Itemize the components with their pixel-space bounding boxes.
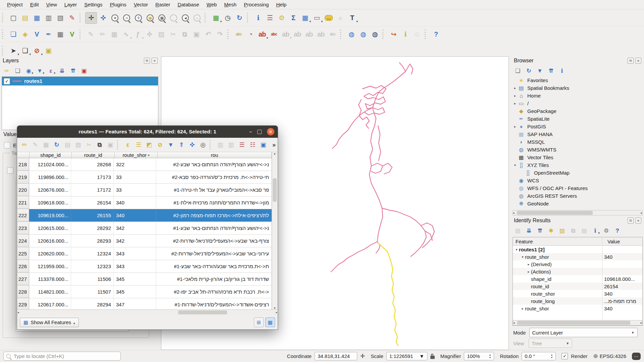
digitize-fx-icon[interactable]: ƒ▾ — [132, 29, 143, 40]
expand-tree-icon[interactable]: ⇊ — [524, 226, 533, 235]
browser-item-arcgis-rest[interactable]: ◍ArcGIS REST Servers — [513, 192, 643, 200]
table-hscrollbar[interactable]: ◂ ▸ — [17, 309, 277, 315]
new-field-icon[interactable]: ▥ — [215, 140, 225, 150]
select-all-features-icon[interactable]: ▣ — [43, 45, 54, 56]
cell-route-shor[interactable]: 343 — [114, 247, 156, 260]
cell-route-shor[interactable]: 340 — [114, 209, 156, 222]
step-up-icon[interactable]: ▲ — [550, 354, 553, 356]
zoom-to-selection-icon[interactable]: ▣ — [145, 12, 156, 23]
cell-route-shor[interactable]: 340 — [114, 196, 156, 209]
cell-shape-id[interactable]: 119896.000... — [29, 171, 71, 183]
cell-shape-id[interactable]: 120620.000... — [29, 247, 71, 260]
temporal-controller-icon[interactable]: ◷ — [222, 12, 233, 23]
cell-route-long[interactable]: צורף-באר שבע<->המעפילים/דניאל-שדרות-#2 — [156, 235, 272, 247]
expander-icon[interactable]: ▸ — [513, 125, 518, 128]
scroll-thumb[interactable] — [178, 310, 227, 314]
cell-route-long[interactable]: ת<->ת.מרכזית באר שבע/הורדה-באר שבע-#1 — [156, 260, 272, 273]
help-contents-icon[interactable]: ? — [430, 29, 441, 40]
identify-row[interactable]: route_id26154 — [513, 283, 642, 290]
browser-item-sap-hana[interactable]: ▦SAP HANA — [513, 130, 643, 138]
cell-route-long[interactable]: נ<->יהושע הצורף/יהודה הנחתום-באר שבע-#1 — [156, 222, 272, 234]
zoom-full-extent-icon[interactable]: ✛ — [133, 12, 144, 23]
cell-shape-id[interactable]: 113378.000... — [29, 273, 71, 285]
open-layer-styling-icon[interactable]: ✑ — [2, 66, 11, 75]
browser-item-folder-root[interactable]: ▸▭/ — [513, 100, 643, 107]
move-label-icon[interactable]: ab — [304, 29, 315, 40]
value-inner-checkbox[interactable] — [7, 167, 13, 174]
open-project-icon[interactable]: ▤ — [19, 12, 31, 23]
close-button[interactable]: ✕ — [267, 128, 274, 135]
identify-features-icon[interactable]: ℹ — [253, 12, 264, 23]
move-feature-icon[interactable]: ✜ — [144, 29, 155, 40]
scroll-up-arrow[interactable]: ▲ — [273, 152, 276, 155]
identify-hscrollbar[interactable]: ◂ ▸ — [513, 320, 642, 325]
column-header-rou[interactable]: rou — [158, 152, 272, 158]
pin-labels-icon[interactable]: ab▾ — [280, 29, 291, 40]
open-field-calculator-icon[interactable]: ☰ — [236, 140, 247, 150]
table-row-224[interactable]: 224120616.000...28293342צורף-באר שבע<->ה… — [17, 235, 272, 247]
render-checkbox[interactable]: ✓ — [561, 353, 568, 359]
data-source-manager-icon[interactable]: ❏ — [8, 29, 19, 40]
filter-legend-icon[interactable]: ▼▾ — [35, 66, 44, 75]
zoom-to-layer-icon[interactable]: ▣ — [156, 12, 167, 23]
row-number[interactable]: 228 — [17, 286, 29, 298]
cell-route-id[interactable]: 11506 — [71, 273, 114, 285]
cell-route-shor[interactable]: 322 — [114, 158, 156, 171]
table-row-218[interactable]: 218121024.000...28268322נ<->יהושע הצורף/… — [17, 158, 272, 171]
save-project-icon[interactable]: ▦ — [31, 12, 42, 23]
menu-vector[interactable]: Vector — [130, 1, 152, 8]
column-divider[interactable] — [602, 237, 602, 320]
table-row-229[interactable]: 229120617.000...28294347רציפים-אשדוד<->ה… — [17, 298, 272, 310]
window-titlebar[interactable]: routes1 — Features Total: 624, Filtered:… — [17, 126, 278, 138]
table-row-227[interactable]: 227113378.000...11506345שדרות דוד בן גור… — [17, 273, 272, 286]
new-project-icon[interactable]: ▢ — [8, 12, 19, 23]
browser-item-wms-wmts[interactable]: ◍WMS/WMTS — [513, 146, 643, 154]
zoom-in-icon[interactable]: + — [109, 12, 120, 23]
pan-to-selection-icon[interactable]: ✜ — [187, 140, 197, 150]
panel-float-button[interactable]: ⧉ — [144, 58, 150, 64]
print-response-icon[interactable]: ▤ — [580, 226, 588, 235]
filter-browser-icon[interactable]: ▼ — [535, 66, 544, 75]
zoom-last-icon[interactable]: ◂ — [180, 12, 191, 23]
deselect-features-icon[interactable]: ⊘▾ — [31, 45, 42, 56]
info-help-icon[interactable]: ℹ — [400, 29, 411, 40]
zoom-next-icon[interactable]: ▸ — [192, 12, 203, 23]
show-layout-manager-icon[interactable]: ▧ — [55, 12, 66, 23]
options-gear-icon[interactable]: ⚙ — [276, 12, 287, 23]
highlight-pinned-labels-icon[interactable]: ab — [292, 29, 303, 40]
scroll-thumb[interactable] — [273, 178, 277, 202]
toggle-editing-icon[interactable]: ✏ — [19, 140, 30, 150]
add-feature-icon[interactable]: ▤ — [62, 140, 72, 150]
move-selection-to-top-icon[interactable]: ⇑ — [176, 140, 186, 150]
identify-row[interactable]: ▾route_shor340 — [513, 253, 642, 260]
layer-visibility-checkbox[interactable]: ✓ — [4, 78, 10, 84]
text-annotation-icon[interactable]: T▾ — [346, 12, 358, 23]
remove-layer-icon[interactable]: ▣ — [79, 66, 88, 75]
browser-item-vector-tiles[interactable]: ▦Vector Tiles — [513, 154, 643, 161]
add-selected-layer-icon[interactable]: ❏ — [513, 66, 522, 75]
row-number[interactable]: 222 — [17, 209, 29, 222]
cell-route-long[interactable]: לת/רציפים-אילת<->מרכז תפוח-מצפה רמון-#2 — [156, 209, 272, 222]
cell-route-long[interactable]: נ<->יהושע הצורף/יהודה הנחתום-באר שבע-#2 — [156, 158, 272, 171]
change-label-icon[interactable]: abc — [327, 29, 338, 40]
table-row-222[interactable]: 222109619.000...26155340לת/רציפים-אילת<-… — [17, 209, 272, 222]
add-group-icon[interactable]: ❏ — [13, 66, 22, 75]
menu-database[interactable]: Database — [174, 1, 203, 8]
view-combobox[interactable]: Tree ▼ — [529, 339, 572, 348]
browser-item-spatialite[interactable]: ✒SpatiaLite — [513, 115, 643, 123]
locator-search[interactable] — [3, 352, 121, 361]
statistical-summary-icon[interactable]: Σ — [288, 12, 299, 23]
cell-route-long[interactable]: חי-טירה<->ת. מרכזית כ"ס/הורדה-כפר סבא-#2 — [156, 171, 272, 183]
row-number-header[interactable] — [17, 152, 30, 158]
collapse-tree-icon[interactable]: ⇈ — [535, 226, 544, 235]
expand-new-results-icon[interactable]: ✱ — [546, 226, 555, 235]
world-search-dark-icon[interactable]: ◍ — [369, 29, 380, 40]
menu-project[interactable]: Project — [3, 1, 26, 8]
table-row-219[interactable]: 219119896.000...1717333חי-טירה<->ת. מרכז… — [17, 171, 272, 184]
select-features-icon[interactable]: ➤▾ — [8, 45, 19, 56]
magnifier-spinbox[interactable]: 100% ▲▼ — [464, 352, 494, 360]
panel-close-button[interactable]: ✕ — [635, 58, 641, 64]
cell-route-id[interactable]: 12323 — [71, 260, 114, 273]
row-number[interactable]: 218 — [17, 158, 29, 171]
step-up-icon[interactable]: ▲ — [489, 354, 491, 356]
